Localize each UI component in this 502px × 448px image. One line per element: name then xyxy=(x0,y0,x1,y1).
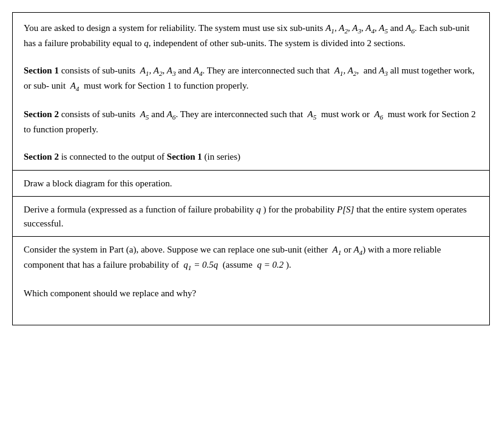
row-c-question: Which component should we replace and wh… xyxy=(24,287,478,300)
a6-unit: A6 xyxy=(167,109,176,119)
main-container: You are asked to design a system for rel… xyxy=(12,12,490,325)
row-c-text1: Consider the system in Part (a), above. … xyxy=(24,243,478,273)
a4-unit: A4 xyxy=(194,66,203,75)
series-text: Section 2 is connected to the output of … xyxy=(24,150,478,164)
q1-expr: q1 = 0.5q xyxy=(183,260,218,270)
a6-math: A6 xyxy=(405,23,415,33)
section2-block: Section 2 consists of sub-units A5 and A… xyxy=(24,107,478,136)
section1-block: Section 1 consists of sub-units A1, A2, … xyxy=(24,64,478,94)
a1a2-units: A1, A2, xyxy=(334,66,359,75)
sec1-ref-label: Section 1 xyxy=(167,152,202,161)
q-value: q = 0.2 xyxy=(257,260,283,270)
section2-label: Section 2 xyxy=(24,109,59,119)
section1-units: A1, A2, A3 xyxy=(140,66,176,75)
a3-unit: A3 xyxy=(379,66,388,75)
a4-ref: A4 xyxy=(70,81,80,90)
top-section: You are asked to design a system for rel… xyxy=(13,13,489,171)
q-ref: q xyxy=(256,205,261,214)
a1-ref: A1 xyxy=(333,245,342,254)
ps-ref: P[S] xyxy=(337,205,354,214)
row-b: Derive a formula (expressed as a functio… xyxy=(13,197,489,237)
intro-text: You are asked to design a system for rel… xyxy=(24,21,478,50)
a5-unit: A5 xyxy=(308,109,317,119)
sec2-ref-label: Section 2 xyxy=(24,152,59,161)
section1-text: Section 1 consists of sub-units A1, A2, … xyxy=(24,64,478,94)
a4-ref2: A4 xyxy=(353,245,362,254)
intro-paragraph: You are asked to design a system for rel… xyxy=(24,21,478,50)
a6-ref: A6 xyxy=(374,109,383,119)
row-a: Draw a block diagram for this operation. xyxy=(13,171,489,197)
section1-label: Section 1 xyxy=(24,66,59,75)
series-block: Section 2 is connected to the output of … xyxy=(24,150,478,164)
section2-units: A5 xyxy=(140,109,149,119)
section2-text: Section 2 consists of sub-units A5 and A… xyxy=(24,107,478,136)
units-math: A1, A2, A3, A4, A5 xyxy=(325,23,388,33)
q-variable: q xyxy=(144,38,149,48)
row-c: Consider the system in Part (a), above. … xyxy=(13,237,489,325)
row-b-text: Derive a formula (expressed as a functio… xyxy=(24,203,478,230)
row-a-text: Draw a block diagram for this operation. xyxy=(24,177,478,191)
